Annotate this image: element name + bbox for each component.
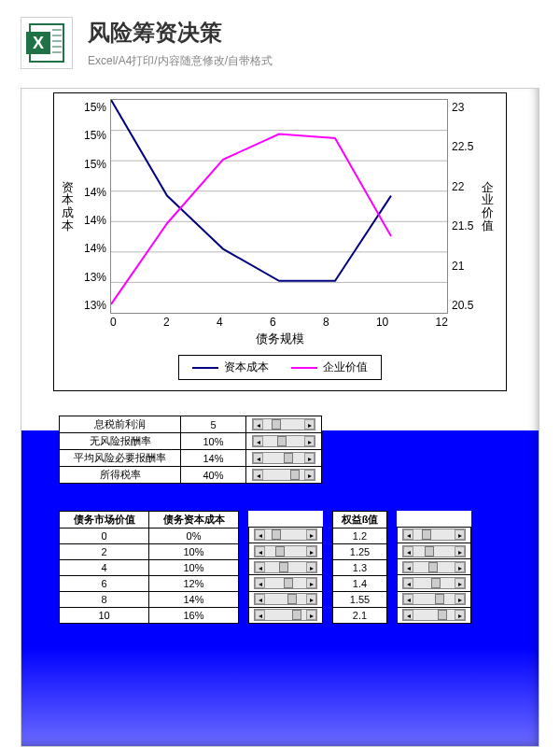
chevron-left-icon[interactable]: ◂ [403,529,413,540]
chevron-right-icon[interactable]: ▸ [455,578,465,588]
chevron-right-icon[interactable]: ▸ [455,594,465,604]
slider-control[interactable]: ◂▸ [252,435,315,447]
param-value: 40% [181,467,246,484]
param-label: 无风险报酬率 [60,433,181,450]
cell: 1.25 [333,544,387,560]
chevron-left-icon[interactable]: ◂ [403,578,413,588]
equity-sliders-table: ◂▸◂▸◂▸◂▸◂▸◂▸ [397,511,471,624]
param-value: 5 [181,416,246,433]
param-value: 14% [181,450,246,467]
page-subtitle: Excel/A4打印/内容随意修改/自带格式 [88,53,273,69]
cell: 2.1 [333,608,387,624]
chevron-right-icon[interactable]: ▸ [304,419,315,430]
chevron-right-icon[interactable]: ▸ [455,529,465,540]
slider-control[interactable]: ◂▸ [402,593,466,605]
param-label: 平均风险必要报酬率 [60,450,181,467]
chevron-left-icon[interactable]: ◂ [255,578,265,588]
cell: 4 [60,560,149,576]
slider-control[interactable]: ◂▸ [254,577,317,589]
chevron-left-icon[interactable]: ◂ [255,562,265,572]
col-header: 债务市场价值 [60,512,149,529]
chevron-right-icon[interactable]: ▸ [455,546,465,557]
chevron-left-icon[interactable]: ◂ [255,594,265,604]
params-block: 息税前利润5◂▸无风险报酬率10%◂▸平均风险必要报酬率14%◂▸所得税率40%… [59,416,501,484]
cell: 14% [149,592,239,608]
slider-control[interactable]: ◂▸ [402,577,466,589]
page: X 风险筹资决策 Excel/A4打印/内容随意修改/自带格式 资本成本 15%… [0,0,560,747]
param-label: 所得税率 [60,467,181,484]
preview-panel: 资本成本 15%15%15%14%14%14%13%13% 2322.52221… [21,88,539,747]
chart-plot-area [110,99,448,314]
slider-control[interactable]: ◂▸ [252,418,315,430]
col-header: 权益ß值 [333,512,387,529]
page-title: 风险筹资决策 [88,18,273,48]
slider-control[interactable]: ◂▸ [252,452,315,464]
cell: 10% [149,560,239,576]
cell: 0% [149,529,239,544]
chevron-left-icon[interactable]: ◂ [403,562,413,572]
page-header: X 风险筹资决策 Excel/A4打印/内容随意修改/自带格式 [0,0,560,80]
legend-item-value: 企业价值 [291,359,368,375]
slider-control[interactable]: ◂▸ [402,561,466,573]
x-axis-label: 债务规模 [62,331,498,347]
legend-item-cost: 资本成本 [192,359,269,375]
cell: 1.4 [333,576,387,592]
chevron-right-icon[interactable]: ▸ [306,562,316,572]
chevron-left-icon[interactable]: ◂ [255,610,265,620]
slider-control[interactable]: ◂▸ [254,529,317,541]
chevron-left-icon[interactable]: ◂ [403,610,413,620]
excel-icon: X [21,17,73,69]
x-axis-ticks: 024681012 [110,314,448,329]
slider-control[interactable]: ◂▸ [254,609,317,621]
chevron-right-icon[interactable]: ▸ [455,562,465,572]
chart-box: 资本成本 15%15%15%14%14%14%13%13% 2322.52221… [53,92,507,391]
chevron-left-icon[interactable]: ◂ [253,419,263,430]
cell: 1.2 [333,529,387,544]
chevron-left-icon[interactable]: ◂ [253,470,263,480]
data-tables: 债务市场价值债务资本成本00%210%410%612%814%1016% ◂▸◂… [59,511,501,624]
chevron-right-icon[interactable]: ▸ [306,610,316,620]
param-label: 息税前利润 [60,416,181,433]
cell: 6 [60,576,149,592]
title-block: 风险筹资决策 Excel/A4打印/内容随意修改/自带格式 [88,18,273,69]
slider-control[interactable]: ◂▸ [254,593,317,605]
chevron-left-icon[interactable]: ◂ [255,529,265,540]
debt-table: 债务市场价值债务资本成本00%210%410%612%814%1016% [59,511,239,624]
chevron-left-icon[interactable]: ◂ [403,546,413,557]
slider-control[interactable]: ◂▸ [254,561,317,573]
chevron-right-icon[interactable]: ▸ [455,610,465,620]
chevron-right-icon[interactable]: ▸ [306,529,316,540]
params-table: 息税前利润5◂▸无风险报酬率10%◂▸平均风险必要报酬率14%◂▸所得税率40%… [59,416,322,484]
chevron-right-icon[interactable]: ▸ [306,578,316,588]
chevron-right-icon[interactable]: ▸ [304,453,315,463]
slider-control[interactable]: ◂▸ [402,529,466,541]
y-axis-right-ticks: 2322.52221.52120.5 [448,99,482,314]
chevron-right-icon[interactable]: ▸ [306,594,316,604]
chart-legend: 资本成本 企业价值 [178,355,382,380]
chevron-left-icon[interactable]: ◂ [253,436,263,446]
cell: 8 [60,592,149,608]
chevron-left-icon[interactable]: ◂ [253,453,263,463]
cell: 16% [149,608,239,624]
cell: 12% [149,576,239,592]
equity-table: 权益ß值1.21.251.31.41.552.1 [332,511,387,624]
chevron-left-icon[interactable]: ◂ [255,546,265,557]
slider-control[interactable]: ◂▸ [402,609,466,621]
cell: 1.3 [333,560,387,576]
slider-control[interactable]: ◂▸ [402,545,466,557]
y-axis-left-ticks: 15%15%15%14%14%14%13%13% [78,99,110,314]
y-axis-left-label: 资本成本 [62,99,78,314]
svg-text:X: X [33,34,44,52]
col-header: 债务资本成本 [149,512,239,529]
param-value: 10% [181,433,246,450]
chevron-right-icon[interactable]: ▸ [304,436,315,446]
slider-control[interactable]: ◂▸ [252,469,315,481]
debt-sliders-table: ◂▸◂▸◂▸◂▸◂▸◂▸ [248,511,323,624]
chevron-left-icon[interactable]: ◂ [403,594,413,604]
cell: 10% [149,544,239,560]
chevron-right-icon[interactable]: ▸ [306,546,316,557]
cell: 10 [60,608,149,624]
y-axis-right-label: 企业价值 [482,99,498,314]
slider-control[interactable]: ◂▸ [254,545,317,557]
chevron-right-icon[interactable]: ▸ [304,470,315,480]
